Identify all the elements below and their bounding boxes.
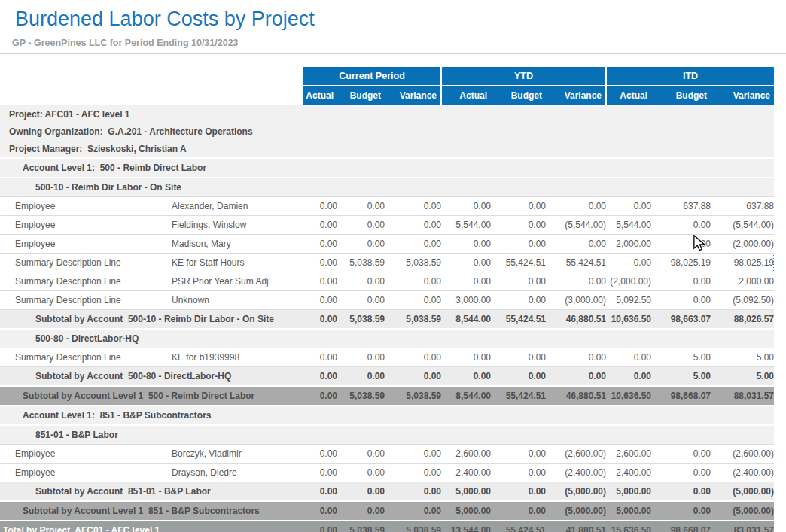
value-cell[interactable]: 55,424.51 [491,254,546,272]
value-cell[interactable]: 0.00 [337,501,385,521]
value-cell[interactable]: 98,663.07 [651,310,711,330]
value-cell[interactable]: 0.00 [385,235,441,254]
value-cell[interactable]: 10,636.50 [606,386,651,406]
value-cell[interactable]: (2,000.00) [711,235,774,254]
value-cell[interactable]: (2,600.00) [711,445,774,464]
value-cell[interactable]: 0.00 [491,272,546,291]
value-cell[interactable]: 83,031.57 [711,521,774,532]
value-cell[interactable]: 0.00 [546,235,606,254]
value-cell[interactable]: 0.00 [491,367,546,387]
value-cell[interactable]: 0.00 [491,216,546,235]
value-cell[interactable]: 0.00 [491,482,546,502]
value-cell[interactable]: 0.00 [303,216,337,235]
value-cell[interactable]: 0.00 [385,464,441,482]
value-cell[interactable]: 0.00 [491,291,546,310]
value-cell[interactable]: 0.00 [606,348,651,367]
value-cell[interactable]: 15,636.50 [606,521,651,532]
value-cell[interactable]: 0.00 [385,445,441,464]
value-cell[interactable]: 5,038.59 [385,310,441,330]
value-cell[interactable]: 41,880.51 [546,521,606,532]
value-cell[interactable]: (5,000.00) [546,501,606,521]
value-cell[interactable]: 0.00 [303,482,337,502]
value-cell[interactable]: 0.00 [385,348,441,367]
value-cell[interactable]: 8,544.00 [441,386,491,406]
value-cell[interactable]: 2,000.00 [711,272,774,291]
value-cell[interactable]: 0.00 [651,272,711,291]
value-cell[interactable]: 0.00 [546,348,606,367]
value-cell[interactable]: 0.00 [385,501,441,521]
value-cell[interactable]: 0.00 [303,272,337,291]
value-cell[interactable]: 55,424.51 [491,386,546,406]
value-cell[interactable]: 0.00 [441,272,491,291]
value-cell[interactable]: 0.00 [651,216,711,235]
value-cell[interactable]: 0.00 [303,254,337,272]
value-cell[interactable]: (3,000.00) [546,291,606,310]
value-cell[interactable]: 0.00 [385,367,441,387]
value-cell[interactable]: 5,038.59 [337,254,385,272]
value-cell[interactable]: 5,038.59 [337,521,385,532]
value-cell[interactable]: 0.00 [337,235,385,254]
value-cell[interactable]: 0.00 [651,464,711,482]
value-cell[interactable]: 0.00 [441,254,491,272]
value-cell[interactable]: 0.00 [303,197,337,216]
value-cell[interactable]: 5,000.00 [606,501,651,521]
value-cell[interactable]: (5,000.00) [711,482,774,502]
value-cell[interactable]: 5,000.00 [606,482,651,502]
value-cell[interactable]: 0.00 [337,197,385,216]
value-cell[interactable]: 0.00 [546,197,606,216]
value-cell[interactable]: 0.00 [491,235,546,254]
value-cell[interactable]: 0.00 [303,310,337,330]
value-cell[interactable]: 0.00 [441,235,491,254]
value-cell[interactable]: 0.00 [606,367,651,387]
value-cell[interactable]: 55,424.51 [546,254,606,272]
value-cell[interactable]: 46,880.51 [546,386,606,406]
value-cell[interactable]: 5.00 [711,367,774,387]
value-cell[interactable]: 0.00 [385,291,441,310]
value-cell[interactable]: 0.00 [491,197,546,216]
value-cell[interactable]: 0.00 [303,464,337,482]
value-cell[interactable]: 46,880.51 [546,310,606,330]
value-cell[interactable]: (5,544.00) [546,216,606,235]
value-cell[interactable]: 5,000.00 [441,501,491,521]
value-cell[interactable]: 8,544.00 [441,310,491,330]
value-cell[interactable]: (5,000.00) [546,482,606,502]
value-cell[interactable]: 98,025.19 [651,254,711,272]
value-cell[interactable]: (2,400.00) [546,464,606,482]
value-cell[interactable]: 5,038.59 [385,521,441,532]
value-cell[interactable]: 0.00 [303,291,337,310]
value-cell[interactable]: 5,000.00 [441,482,491,502]
value-cell[interactable]: 0.00 [491,348,546,367]
value-cell[interactable]: 5.00 [651,348,711,367]
value-cell[interactable]: 0.00 [303,521,337,532]
value-cell[interactable]: 2,400.00 [606,464,651,482]
value-cell[interactable]: 0.00 [303,348,337,367]
value-cell[interactable]: 0.00 [337,482,385,502]
value-cell[interactable]: 5,038.59 [337,386,385,406]
value-cell[interactable]: 88,031.57 [711,386,774,406]
value-cell[interactable]: 88,026.57 [711,310,774,330]
value-cell[interactable]: 0.00 [651,445,711,464]
value-cell[interactable]: 0.00 [651,482,711,502]
value-cell[interactable]: 0.00 [385,482,441,502]
value-cell[interactable]: 637.88 [651,197,711,216]
value-cell[interactable]: 0.00 [385,216,441,235]
value-cell[interactable]: 0.00 [441,197,491,216]
value-cell[interactable]: (2,000.00) [606,272,651,291]
value-cell[interactable]: (5,544.00) [711,216,774,235]
value-cell[interactable]: 55,424.51 [491,310,546,330]
value-cell[interactable]: 0.00 [337,272,385,291]
value-cell[interactable]: 637.88 [711,197,774,216]
value-cell[interactable]: (5,000.00) [711,501,774,521]
value-cell[interactable]: 0.00 [441,367,491,387]
value-cell[interactable]: 5,038.59 [337,310,385,330]
value-cell[interactable]: 0.00 [337,216,385,235]
value-cell[interactable]: 0.00 [491,464,546,482]
value-cell[interactable]: 0.00 [606,254,651,272]
value-cell[interactable]: 5,544.00 [606,216,651,235]
value-cell[interactable]: 5,038.59 [385,254,441,272]
value-cell[interactable]: 10,636.50 [606,310,651,330]
value-cell[interactable]: 3,000.00 [441,291,491,310]
value-cell[interactable]: 5,038.59 [385,386,441,406]
value-cell[interactable]: 0.00 [651,291,711,310]
value-cell[interactable]: 5,544.00 [441,216,491,235]
